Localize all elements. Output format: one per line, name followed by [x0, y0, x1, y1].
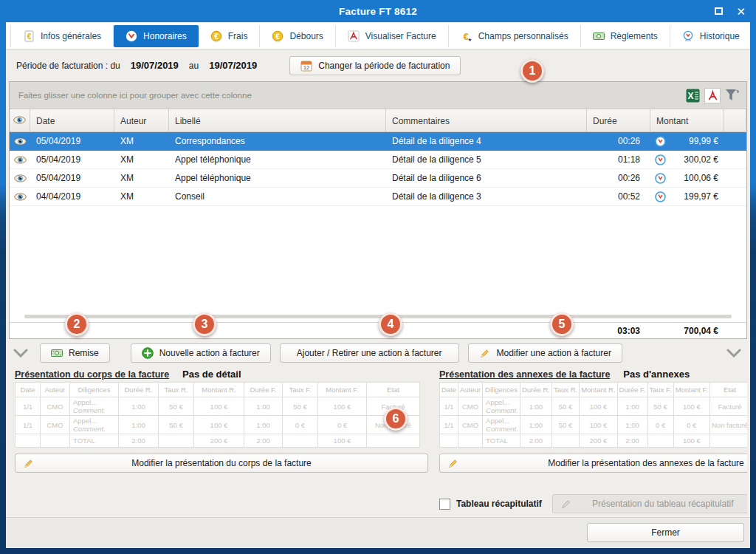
calendar-icon: 12 — [300, 60, 312, 72]
tab-champs-personnalises[interactable]: €★ Champs personnalisés — [449, 25, 581, 47]
period-to-date: 19/07/2019 — [209, 60, 257, 71]
banknote-icon — [593, 30, 605, 42]
footer: Fermer — [6, 517, 750, 548]
close-icon[interactable]: ✕ — [736, 6, 746, 17]
eye-icon[interactable] — [10, 156, 30, 164]
timer-clock-icon — [655, 173, 666, 184]
table-row[interactable]: 04/04/2019 XM Conseil Détail de la dilig… — [10, 188, 746, 206]
window-title: Facture FT 8612 — [339, 6, 417, 17]
history-clock-icon — [682, 30, 694, 42]
timer-clock-icon — [655, 136, 666, 147]
tab-honoraires[interactable]: Honoraires — [114, 25, 199, 47]
cell-commentaires: Détail de la diligence 4 — [386, 136, 587, 146]
modifier-action-button[interactable]: Modifier une action à facturer — [468, 343, 622, 363]
tab-infos-generales[interactable]: € Infos générales — [10, 25, 114, 47]
cell-duree: 01:18 — [587, 154, 650, 165]
svg-text:€: € — [214, 32, 219, 40]
eye-icon[interactable] — [10, 174, 30, 182]
period-label: Période de facturation : du — [16, 61, 120, 71]
edit-body-presentation-button[interactable]: Modifier la présentation du corps de la … — [15, 454, 428, 473]
table-row[interactable]: 05/04/2019 XM Correspondances Détail de … — [10, 132, 746, 151]
remise-label: Remise — [69, 348, 99, 358]
cell-libelle: Conseil — [169, 191, 386, 202]
total-montant: 700,04 € — [650, 326, 724, 336]
titlebar: Facture FT 8612 ✕ — [0, 0, 756, 22]
recap-presentation-label: Présentation du tableau récapitulatif — [592, 499, 733, 509]
cell-libelle: Correspondances — [169, 136, 386, 146]
table-row[interactable]: 05/04/2019 XM Appel téléphonique Détail … — [10, 169, 746, 188]
cell-montant: 100,06 € — [650, 173, 724, 184]
recap-checkbox-label: Tableau récapitulatif — [456, 499, 542, 509]
grid-header: Date Auteur Libellé Commentaires Durée M… — [10, 109, 746, 132]
cell-duree: 00:52 — [587, 191, 650, 202]
grid-body: 05/04/2019 XM Correspondances Détail de … — [10, 132, 746, 206]
cell-commentaires: Détail de la diligence 5 — [386, 154, 587, 165]
annex-preview-title-link[interactable]: Présentation des annexes de la facture — [439, 369, 610, 380]
chevron-down-icon[interactable] — [12, 347, 30, 359]
step-badge-2: 2 — [65, 312, 89, 336]
pdf-icon — [348, 30, 360, 42]
body-preview-table-host: DateAuteurDiligencesDurée R.Taux R.Monta… — [15, 382, 428, 448]
tab-frais[interactable]: € Frais — [199, 25, 261, 47]
table-row[interactable]: 05/04/2019 XM Appel téléphonique Détail … — [10, 151, 746, 169]
fermer-label: Fermer — [651, 527, 680, 538]
nouvelle-action-label: Nouvelle action à facturer — [159, 348, 260, 358]
cell-montant: 99,99 € — [650, 136, 724, 147]
chevron-down-icon[interactable] — [725, 347, 743, 359]
pdf-export-icon[interactable] — [704, 88, 721, 103]
column-header-duree[interactable]: Durée — [587, 109, 650, 132]
pencil-icon — [447, 458, 458, 471]
column-header-date[interactable]: Date — [30, 109, 114, 132]
body-preview-section: Présentation du corps de la facture Pas … — [15, 369, 428, 473]
eye-icon[interactable] — [10, 137, 30, 146]
column-header-montant[interactable]: Montant — [650, 109, 724, 132]
cell-duree: 00:26 — [587, 136, 650, 146]
body-preview-status: Pas de détail — [182, 369, 241, 380]
step-badge-4: 4 — [379, 312, 402, 336]
actions-row: Remise Nouvelle action à facturer Ajoute… — [6, 341, 750, 366]
preview-table: DateAuteurDiligencesDurée R.Taux R.Monta… — [15, 382, 420, 448]
step-badge-5: 5 — [550, 312, 574, 336]
svg-text:€: € — [276, 32, 281, 40]
tab-debours[interactable]: € Débours — [260, 25, 335, 47]
clock-icon — [126, 30, 137, 42]
maximize-icon[interactable] — [715, 7, 723, 15]
timer-clock-icon — [655, 191, 666, 202]
step-badge-6: 6 — [384, 407, 408, 431]
column-header-commentaires[interactable]: Commentaires — [386, 109, 587, 132]
fermer-button[interactable]: Fermer — [587, 523, 744, 542]
annex-preview-section: Présentation des annexes de la facture P… — [439, 369, 747, 473]
ajouter-retirer-button[interactable]: Ajouter / Retirer une action à facturer — [280, 343, 459, 363]
edit-annex-presentation-button[interactable]: Modifier la présentation des annexes de … — [439, 454, 747, 473]
cell-commentaires: Détail de la diligence 3 — [386, 191, 587, 202]
recap-row: Tableau récapitulatif Présentation du ta… — [439, 493, 747, 514]
tab-reglements[interactable]: Règlements — [581, 25, 670, 47]
total-duree: 03:03 — [587, 326, 650, 336]
change-period-label: Changer la période de facturation — [318, 61, 450, 71]
remise-button[interactable]: Remise — [40, 343, 110, 363]
change-period-button[interactable]: 12 Changer la période de facturation — [289, 56, 461, 75]
filter-icon[interactable] — [724, 88, 740, 103]
nouvelle-action-button[interactable]: Nouvelle action à facturer — [131, 343, 271, 363]
tab-visualiser-facture[interactable]: Visualiser Facture — [336, 25, 449, 47]
euro-coin-icon: € — [272, 30, 284, 42]
cell-libelle: Appel téléphonique — [169, 173, 386, 183]
tab-label: Débours — [289, 31, 323, 41]
svg-text:X: X — [687, 91, 693, 101]
svg-text:12: 12 — [303, 65, 309, 70]
visibility-column-header[interactable] — [10, 109, 30, 132]
column-header-libelle[interactable]: Libellé — [169, 109, 386, 132]
column-header-filler — [724, 109, 746, 132]
column-header-auteur[interactable]: Auteur — [114, 109, 169, 132]
banknote-icon — [51, 347, 63, 359]
recap-checkbox[interactable] — [439, 499, 450, 510]
excel-export-icon[interactable]: X — [684, 88, 701, 103]
recap-presentation-button[interactable]: Présentation du tableau récapitulatif — [552, 494, 747, 513]
svg-text:€: € — [27, 33, 31, 41]
group-by-bar[interactable]: Faites glisser une colonne ici pour grou… — [10, 82, 746, 109]
body-preview-title-link[interactable]: Présentation du corps de la facture — [15, 369, 169, 380]
eye-icon[interactable] — [10, 193, 30, 201]
euro-star-icon: €★ — [461, 30, 472, 42]
tab-historique[interactable]: Historique — [670, 25, 750, 47]
horizontal-scrollbar[interactable] — [24, 315, 732, 318]
